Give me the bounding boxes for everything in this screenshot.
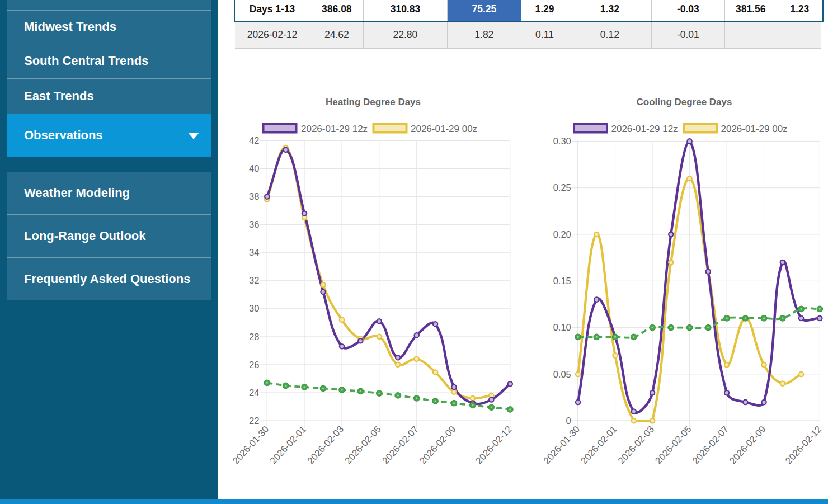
svg-text:2026-02-12: 2026-02-12 <box>474 424 514 466</box>
svg-text:2026-02-07: 2026-02-07 <box>690 424 731 466</box>
svg-text:2026-02-09: 2026-02-09 <box>727 424 768 466</box>
svg-text:24: 24 <box>249 388 259 398</box>
svg-text:2026-02-12: 2026-02-12 <box>783 424 824 466</box>
svg-text:2026-02-01: 2026-02-01 <box>578 424 619 466</box>
svg-text:2026-01-29 12z: 2026-01-29 12z <box>611 124 678 134</box>
svg-text:2026-02-05: 2026-02-05 <box>653 424 693 466</box>
svg-text:2026-02-09: 2026-02-09 <box>417 424 458 466</box>
svg-text:2026-01-29 00z: 2026-01-29 00z <box>721 124 788 134</box>
svg-text:2026-02-01: 2026-02-01 <box>268 424 308 466</box>
svg-text:40: 40 <box>249 163 259 173</box>
svg-text:2026-01-30: 2026-01-30 <box>230 424 271 466</box>
svg-text:28: 28 <box>249 332 259 342</box>
svg-text:2026-02-03: 2026-02-03 <box>616 424 656 466</box>
svg-text:22: 22 <box>249 416 259 426</box>
svg-text:2026-01-30: 2026-01-30 <box>542 424 582 466</box>
svg-text:26: 26 <box>249 360 259 370</box>
svg-text:0.10: 0.10 <box>553 322 571 332</box>
svg-text:0: 0 <box>566 416 571 426</box>
svg-text:2026-01-29 12z: 2026-01-29 12z <box>301 124 368 134</box>
svg-text:2026-01-29 00z: 2026-01-29 00z <box>411 124 477 134</box>
svg-text:0.20: 0.20 <box>553 229 571 239</box>
svg-text:36: 36 <box>249 219 259 229</box>
svg-text:30: 30 <box>249 303 259 313</box>
svg-text:0.15: 0.15 <box>553 276 571 286</box>
svg-text:2026-02-07: 2026-02-07 <box>380 424 421 466</box>
svg-text:0.05: 0.05 <box>553 369 571 379</box>
svg-text:Cooling Degree Days: Cooling Degree Days <box>637 97 732 107</box>
svg-text:2026-02-03: 2026-02-03 <box>305 424 346 466</box>
svg-text:32: 32 <box>249 275 259 285</box>
svg-text:2026-02-05: 2026-02-05 <box>343 424 383 466</box>
svg-text:42: 42 <box>249 135 259 145</box>
svg-text:38: 38 <box>249 191 259 201</box>
svg-text:0.25: 0.25 <box>553 182 571 192</box>
svg-text:0.30: 0.30 <box>553 136 571 146</box>
svg-text:Heating Degree Days: Heating Degree Days <box>326 97 421 107</box>
svg-text:34: 34 <box>249 247 259 257</box>
